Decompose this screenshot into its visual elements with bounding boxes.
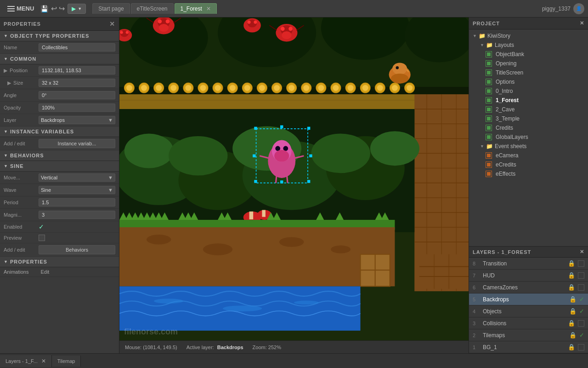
move-select[interactable]: Vertical ▼ — [39, 173, 115, 182]
project-tree: ▼ 📁 KiwiStory ▼ 📁 Layouts ObjectBank Ope… — [469, 29, 588, 246]
period-value[interactable]: 1.5 — [39, 198, 115, 207]
prop-name-row: Name Collectibles — [0, 41, 119, 54]
tree-item-1forest[interactable]: 1_Forest — [469, 96, 588, 105]
tab-start-page[interactable]: Start page — [92, 3, 130, 14]
prop-enabled-row: Enabled ✓ — [0, 221, 119, 233]
visibility-checkbox[interactable] — [578, 260, 584, 267]
layer-row-objects[interactable]: 4 Objects 🔒 ✓ — [469, 305, 588, 317]
layer-row-tilemaps[interactable]: 2 Tilemaps 🔒 ✓ — [469, 329, 588, 341]
svg-point-28 — [259, 85, 265, 91]
instance-vars-add-button[interactable]: Instance variab... — [39, 139, 115, 148]
prop-size-row: ▶ Size 32 x 32 — [0, 77, 119, 89]
tree-item-layouts[interactable]: ▼ 📁 Layouts — [469, 40, 588, 50]
name-value[interactable]: Collectibles — [39, 43, 115, 52]
enabled-check-icon[interactable]: ✓ — [39, 223, 44, 230]
visibility-checkbox[interactable] — [578, 320, 584, 327]
visibility-checkbox[interactable] — [578, 272, 584, 279]
layer-dropdown-icon: ▼ — [108, 117, 113, 123]
tab-1-forest[interactable]: 1_Forest ✕ — [175, 3, 217, 14]
edit-label[interactable]: Edit — [40, 269, 49, 275]
angle-value[interactable]: 0° — [39, 91, 115, 99]
lock-icon[interactable]: 🔒 — [568, 284, 575, 291]
preview-checkbox[interactable] — [39, 235, 45, 241]
tab-etitlescreen[interactable]: eTitleScreen — [131, 3, 174, 14]
bottom-tab-layers[interactable]: Layers - 1_F... ✕ — [0, 355, 52, 367]
svg-point-100 — [279, 237, 304, 247]
layer-row-bg1[interactable]: 1 BG_1 🔒 — [469, 341, 588, 353]
layer-row-transition[interactable]: 8 Transition 🔒 — [469, 258, 588, 270]
magni-value[interactable]: 3 — [39, 211, 115, 219]
lock-icon[interactable]: 🔒 — [568, 344, 575, 351]
menu-button[interactable]: MENU — [4, 3, 38, 14]
canvas-area[interactable]: filenorse.com Mouse: (1081.4, 149.5) Act… — [119, 17, 469, 353]
section-common[interactable]: ▼ COMMON — [0, 54, 119, 64]
animations-label[interactable]: Animations — [4, 269, 28, 275]
play-button[interactable]: ▶ ▼ — [68, 4, 86, 14]
opacity-value[interactable]: 100% — [39, 104, 115, 112]
save-icon[interactable]: 💾 — [40, 5, 48, 12]
tree-item-kiwistory[interactable]: ▼ 📁 KiwiStory — [469, 31, 588, 40]
undo-icon[interactable]: ↩ — [51, 4, 57, 13]
size-value[interactable]: 32 x 32 — [39, 79, 115, 87]
layer-select[interactable]: Backdrops ▼ — [39, 116, 115, 124]
section-behaviors[interactable]: ▼ BEHAVIORS — [0, 150, 119, 161]
tree-item-globallayers[interactable]: GlobalLayers — [469, 132, 588, 142]
position-value[interactable]: 1132.181, 118.53 — [39, 66, 115, 75]
layer-num: 7 — [473, 273, 480, 278]
lock-icon[interactable]: 🔒 — [568, 260, 575, 267]
visibility-checkbox[interactable]: ✓ — [579, 308, 584, 315]
layers-close-button[interactable]: ✕ — [580, 249, 584, 255]
tab-close-icon[interactable]: ✕ — [206, 6, 211, 12]
visibility-checkbox[interactable]: ✓ — [579, 332, 584, 339]
tree-label: 0_Intro — [496, 88, 513, 94]
svg-rect-142 — [254, 127, 257, 130]
behaviors-add-label: Add / edit — [4, 247, 36, 253]
section-object-type[interactable]: ▼ OBJECT TYPE PROPERTIES — [0, 31, 119, 41]
lock-icon[interactable]: 🔒 — [568, 272, 575, 279]
layer-row-backdrops[interactable]: 5 Backdrops 🔒 ✓ — [469, 293, 588, 305]
tree-item-eeffects[interactable]: eEffects — [469, 169, 588, 178]
svg-point-118 — [166, 19, 170, 23]
project-close-button[interactable]: ✕ — [580, 20, 584, 26]
size-label: ▶ Size — [4, 80, 36, 86]
tree-item-event-sheets[interactable]: ▼ 📁 Event sheets — [469, 142, 588, 151]
hamburger-icon — [7, 6, 15, 12]
bottom-tab-close-icon[interactable]: ✕ — [41, 358, 46, 364]
svg-rect-110 — [419, 254, 469, 289]
tree-item-ecredits[interactable]: eCredits — [469, 160, 588, 169]
avatar[interactable]: 👤 — [573, 3, 584, 14]
visibility-checkbox[interactable] — [578, 284, 584, 291]
tree-item-objectbank[interactable]: ObjectBank — [469, 50, 588, 59]
tree-item-titlescreen[interactable]: TitleScreen — [469, 68, 588, 77]
lock-icon[interactable]: 🔒 — [569, 296, 577, 303]
layer-row-collisions[interactable]: 3 Collisions 🔒 — [469, 317, 588, 329]
prop-angle-row: Angle 0° — [0, 89, 119, 102]
section-properties-bottom[interactable]: ▼ PROPERTIES — [0, 257, 119, 267]
visibility-checkbox[interactable] — [578, 344, 584, 351]
tree-item-opening[interactable]: Opening — [469, 59, 588, 68]
tree-label: Layouts — [495, 42, 514, 48]
tree-item-options[interactable]: Options — [469, 77, 588, 86]
bottom-tab-tilemap[interactable]: Tilemap — [52, 356, 81, 367]
tree-label: 3_Temple — [496, 115, 520, 122]
lock-icon[interactable]: 🔒 — [569, 308, 577, 315]
tree-item-credits[interactable]: Credits — [469, 123, 588, 132]
behaviors-add-button[interactable]: Behaviors — [39, 245, 115, 254]
folder-icon: 📁 — [486, 143, 493, 150]
lock-icon[interactable]: 🔒 — [568, 320, 575, 327]
redo-icon[interactable]: ↪ — [59, 4, 65, 13]
tree-item-2cave[interactable]: 2_Cave — [469, 105, 588, 114]
visibility-checkbox[interactable]: ✓ — [579, 296, 584, 303]
layer-row-camerazones[interactable]: 6 CameraZones 🔒 — [469, 282, 588, 293]
tree-item-3temple[interactable]: 3_Temple — [469, 114, 588, 123]
tree-item-0intro[interactable]: 0_Intro — [469, 86, 588, 96]
layer-row-hud[interactable]: 7 HUD 🔒 — [469, 270, 588, 282]
tree-item-ecamera[interactable]: eCamera — [469, 151, 588, 160]
lock-icon[interactable]: 🔒 — [569, 332, 577, 339]
svg-point-38 — [333, 85, 339, 91]
properties-close-button[interactable]: ✕ — [109, 20, 115, 28]
svg-point-108 — [223, 305, 262, 311]
wave-select[interactable]: Sine ▼ — [39, 186, 115, 194]
section-instance-vars[interactable]: ▼ INSTANCE VARIABLES — [0, 126, 119, 137]
section-sine[interactable]: ▼ SINE — [0, 161, 119, 172]
